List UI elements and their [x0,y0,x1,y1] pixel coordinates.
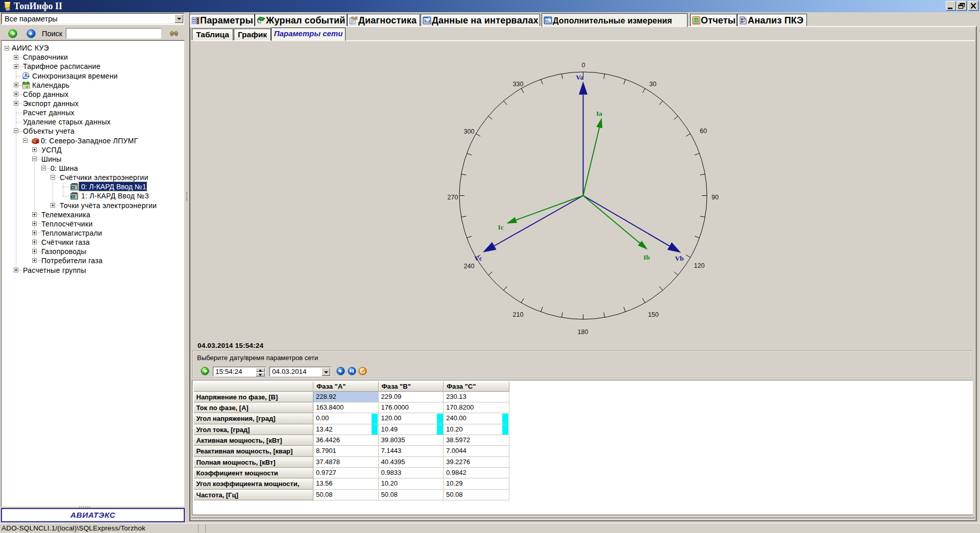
svg-text:Ic: Ic [498,223,503,231]
svg-text:Vb: Vb [675,255,683,262]
svg-text:240: 240 [464,263,475,270]
svg-text:Ib: Ib [644,253,650,261]
svg-text:90: 90 [712,194,719,201]
svg-text:0: 0 [582,62,585,69]
svg-text:Va: Va [576,73,584,81]
svg-text:150: 150 [648,311,659,318]
svg-text:180: 180 [578,328,589,336]
svg-text:330: 330 [513,81,524,88]
svg-text:Vc: Vc [474,255,482,262]
svg-text:210: 210 [513,311,524,318]
svg-text:60: 60 [700,128,707,135]
svg-text:270: 270 [448,194,458,201]
svg-text:300: 300 [464,128,475,135]
svg-text:120: 120 [694,262,705,269]
svg-text:Ia: Ia [596,110,602,117]
svg-text:30: 30 [649,81,656,88]
